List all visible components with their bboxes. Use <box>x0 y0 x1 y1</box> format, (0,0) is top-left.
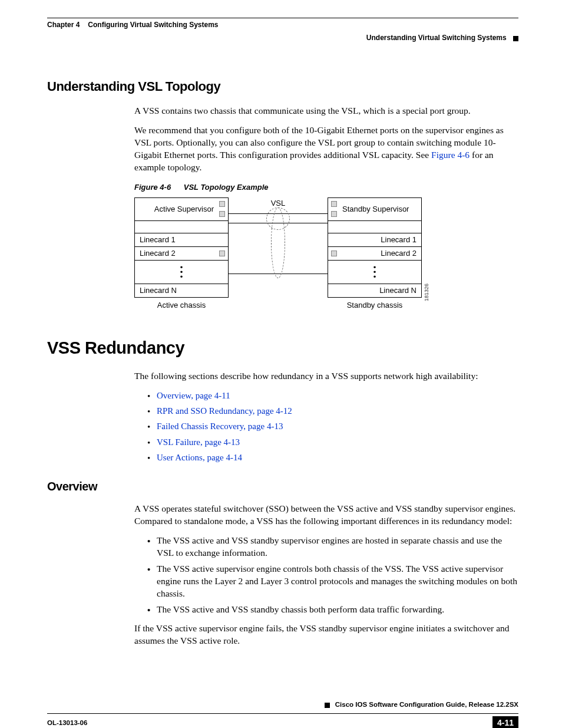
linecard-label: Linecard N <box>140 285 177 296</box>
slot-dots: ••• <box>134 261 229 284</box>
port-icon <box>331 251 337 256</box>
port-icon <box>219 201 225 207</box>
slot-active-supervisor: Active Supervisor <box>134 197 229 221</box>
chapter-number: Chapter 4 <box>47 20 80 29</box>
standby-chassis: Standby Supervisor Linecard 1 Linecard 2… <box>328 198 422 311</box>
para-overview-2: If the VSS active supervisor engine fail… <box>134 622 518 647</box>
slot-empty <box>328 220 422 233</box>
port-icon <box>219 211 225 217</box>
page-footer: Cisco IOS Software Configuration Guide, … <box>47 700 518 728</box>
heading-overview: Overview <box>47 479 518 495</box>
page-number: 4-11 <box>492 716 518 728</box>
links-list: Overview, page 4-11 RPR and SSO Redundan… <box>147 390 518 463</box>
para-vsl-2: We recommend that you configure both of … <box>134 124 518 174</box>
figure-caption: Figure 4-6 VSL Topology Example <box>134 182 518 193</box>
linecard-label: Linecard 1 <box>381 235 416 245</box>
footer-guide-title: Cisco IOS Software Configuration Guide, … <box>335 701 518 708</box>
link-failed-chassis[interactable]: Failed Chassis Recovery, page 4-13 <box>157 421 283 431</box>
bullet-1: The VSS active and VSS standby superviso… <box>147 535 518 559</box>
link-overview[interactable]: Overview, page 4-11 <box>157 391 230 400</box>
linecard-label: Linecard 2 <box>381 248 416 259</box>
slot-linecard-n: Linecard N <box>328 284 422 298</box>
slot-linecard-1: Linecard 1 <box>328 233 422 247</box>
para-redundancy-intro: The following sections describe how redu… <box>134 370 518 383</box>
slot-empty <box>134 220 229 233</box>
active-chassis-label: Active chassis <box>134 298 229 311</box>
slot-linecard-2: Linecard 2 <box>134 246 229 261</box>
para-vsl-1: A VSS contains two chassis that communic… <box>134 105 518 117</box>
linecard-label: Linecard 2 <box>140 248 176 259</box>
footer-doc-id: OL-13013-06 <box>47 719 87 728</box>
slot-linecard-1: Linecard 1 <box>134 233 229 247</box>
header-square-icon <box>513 36 518 41</box>
slot-linecard-n: Linecard N <box>134 284 229 298</box>
link-vsl-failure[interactable]: VSL Failure, page 4-13 <box>157 437 240 447</box>
slot-dots: ••• <box>328 261 422 284</box>
bullet-3: The VSS active and VSS standby chassis b… <box>147 604 518 616</box>
heading-vss-redundancy: VSS Redundancy <box>47 337 518 360</box>
section-name: Understanding Virtual Switching Systems <box>366 34 507 42</box>
linecard-label: Linecard N <box>379 285 416 296</box>
footer-square-icon <box>325 703 330 708</box>
overview-bullets: The VSS active and VSS standby superviso… <box>147 535 518 616</box>
slot-standby-supervisor: Standby Supervisor <box>328 197 422 221</box>
link-user-actions[interactable]: User Actions, page 4-14 <box>157 453 242 462</box>
figure-number: Figure 4-6 <box>134 183 171 192</box>
image-id-label: 181326 <box>423 284 430 301</box>
bullet-2: The VSS active supervisor engine control… <box>147 563 518 600</box>
heading-vsl-topology: Understanding VSL Topology <box>47 78 518 95</box>
link-figure-4-6[interactable]: Figure 4-6 <box>431 150 470 160</box>
active-supervisor-label: Active Supervisor <box>140 205 214 214</box>
active-chassis: Active Supervisor Linecard 1 Linecard 2 … <box>134 198 229 311</box>
slot-linecard-2: Linecard 2 <box>328 246 422 261</box>
figure-diagram: Active Supervisor Linecard 1 Linecard 2 … <box>134 198 518 311</box>
port-icon <box>219 251 225 256</box>
port-icon <box>331 201 337 207</box>
link-rpr-sso[interactable]: RPR and SSO Redundancy, page 4-12 <box>157 406 292 416</box>
chapter-title: Configuring Virtual Switching Systems <box>88 20 218 29</box>
port-icon <box>331 211 337 217</box>
linecard-label: Linecard 1 <box>140 235 176 245</box>
standby-supervisor-label: Standby Supervisor <box>342 205 416 214</box>
page-header: Chapter 4 Configuring Virtual Switching … <box>47 18 518 42</box>
figure-title: VSL Topology Example <box>184 183 269 192</box>
para-overview-1: A VSS operates stateful switchover (SSO)… <box>134 503 518 528</box>
standby-chassis-label: Standby chassis <box>328 298 422 311</box>
vsl-column: VSL <box>249 198 308 292</box>
